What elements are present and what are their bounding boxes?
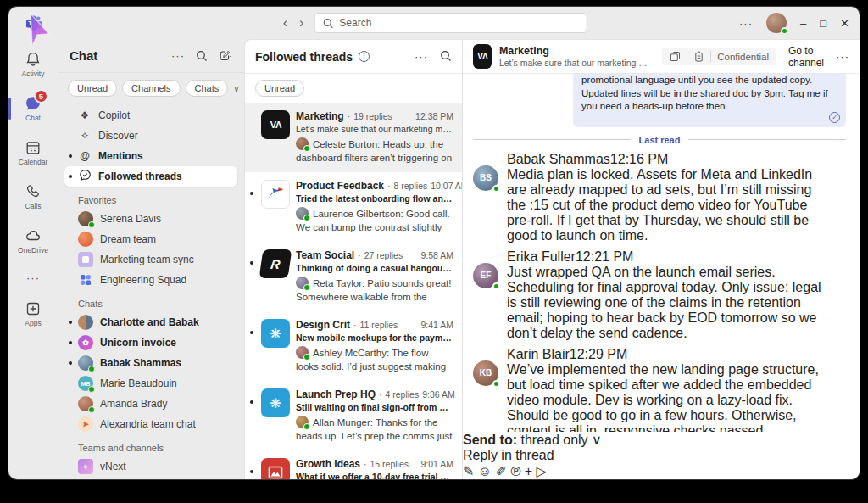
rail-item-calendar[interactable]: Calendar: [8, 131, 58, 175]
minimize-button[interactable]: –: [800, 17, 806, 30]
reply-composer[interactable]: Send to: thread only ∨ Reply in thread ✎…: [463, 432, 860, 479]
avatar: ✿: [78, 335, 93, 350]
thread-item-team-social[interactable]: R Team Social·27 replies9:58 AM Thinking…: [245, 242, 462, 311]
sidebar-item-mentions[interactable]: @ Mentions: [64, 146, 237, 166]
send-icon[interactable]: ▷: [537, 464, 547, 478]
avatar: [296, 137, 309, 150]
thread-more-icon[interactable]: ···: [836, 50, 849, 63]
thread-item-marketing[interactable]: VΛ Marketing·19 replies12:38 PM Let’s ma…: [245, 103, 462, 172]
info-icon[interactable]: i: [359, 51, 370, 62]
forward-button[interactable]: ›: [298, 16, 305, 30]
rail-item-calls[interactable]: Calls: [8, 175, 58, 219]
avatar: BS: [473, 165, 498, 191]
user-avatar[interactable]: [766, 13, 787, 33]
read-receipt-icon: ✓: [829, 112, 840, 123]
sidebar-search-icon[interactable]: [196, 50, 208, 62]
back-button[interactable]: ‹: [281, 16, 289, 30]
sidebar-team-vnext[interactable]: ✦ vNext: [64, 456, 237, 477]
rail-more-icon[interactable]: ···: [8, 263, 58, 292]
thread-item-product-feedback[interactable]: Product Feedback·8 replies10:07 AM Tried…: [245, 172, 462, 242]
sidebar-chat-marketing-team-sync[interactable]: Marketing team sync: [64, 249, 237, 270]
unread-dot: [69, 154, 72, 158]
avatar: ➤: [78, 416, 93, 432]
marketing-channel-logo: VΛ: [473, 44, 492, 69]
design-crit-channel-logo: ❋: [261, 319, 290, 348]
section-teams-and-channels[interactable]: Teams and channels: [64, 434, 237, 456]
chat-filters: Unread Channels Chats ∨: [58, 73, 244, 103]
sidebar-chat-serena-davis[interactable]: Serena Davis: [64, 209, 237, 229]
section-favorites[interactable]: Favorites: [64, 187, 237, 209]
presence-badge: [492, 282, 500, 290]
filter-unread[interactable]: Unread: [68, 80, 117, 97]
avatar: [296, 207, 309, 220]
attach-plus-icon[interactable]: +: [525, 464, 532, 478]
sidebar-chat-babak-shammas[interactable]: Babak Shammas: [64, 353, 237, 373]
avatar: [78, 252, 93, 267]
reply-input[interactable]: Reply in thread: [463, 448, 860, 463]
sidebar-chat-marie-beaudouin[interactable]: MB Marie Beaudouin: [64, 373, 237, 394]
product-feedback-channel-logo: [261, 180, 290, 209]
sidebar-chat-alexandria-team-chat[interactable]: ➤ Alexandria team chat: [64, 414, 237, 434]
format-icon[interactable]: ✎: [463, 464, 474, 478]
unread-dot: [250, 261, 253, 265]
own-message: promotional language until you see the u…: [473, 74, 846, 127]
highlight-pen-icon[interactable]: ✐: [496, 464, 507, 478]
search-placeholder: Search: [339, 17, 371, 29]
thread-item-growth-ideas[interactable]: Growth Ideas·15 replies9:01 AM What if w…: [245, 450, 462, 479]
avatar: KB: [473, 360, 498, 386]
avatar: ✦: [78, 459, 93, 474]
sidebar-chat-charlotte-and-babak[interactable]: Charlotte and Babak: [64, 312, 237, 333]
maximize-button[interactable]: □: [820, 17, 826, 30]
copy-icon: [670, 51, 681, 62]
new-chat-icon[interactable]: [219, 49, 232, 62]
message-list: promotional language until you see the u…: [463, 74, 860, 432]
sidebar-item-discover[interactable]: ✧ Discover: [64, 126, 237, 146]
send-to-selector[interactable]: Send to: thread only ∨: [463, 432, 860, 448]
presence-badge: [88, 366, 95, 372]
unread-dot: [250, 331, 253, 334]
filter-chats[interactable]: Chats: [186, 80, 229, 97]
sidebar-chat-engineering-squad[interactable]: Engineering Squad: [64, 270, 237, 290]
presence-badge: [492, 380, 500, 388]
close-button[interactable]: ✕: [840, 17, 849, 30]
search-input[interactable]: Search: [314, 13, 587, 33]
thread-item-launch-prep-hq[interactable]: ❋ Launch Prep HQ·4 replies9:36 AM Still …: [245, 381, 462, 450]
clipboard-icon: [693, 51, 704, 62]
copilot-icon: ❖: [78, 109, 92, 121]
filters-collapse-icon[interactable]: ∨: [233, 84, 239, 93]
threads-search-icon[interactable]: [440, 50, 452, 62]
sidebar-chat-unicorn-invoice[interactable]: ✿ Unicorn invoice: [64, 333, 237, 353]
pane-title: Followed threads: [255, 50, 353, 64]
unread-dot: [250, 470, 253, 473]
mentions-at-icon: @: [78, 150, 92, 162]
confidential-badge[interactable]: Confidential: [662, 48, 776, 65]
rail-item-chat[interactable]: 5 Chat: [8, 87, 58, 131]
sidebar-more-icon[interactable]: ···: [171, 49, 185, 62]
threads-more-icon[interactable]: ···: [415, 50, 428, 63]
followed-threads-icon: [78, 169, 92, 184]
loop-component-icon[interactable]: ℗: [511, 464, 521, 478]
filter-channels[interactable]: Channels: [122, 80, 180, 97]
thread-title: Marketing: [499, 45, 654, 57]
sidebar-channel-alexandria-research[interactable]: Alexandria Research: [64, 477, 237, 479]
sidebar-chat-amanda-brady[interactable]: Amanda Brady: [64, 394, 237, 414]
sidebar-chat-dream-team[interactable]: Dream team: [64, 229, 237, 249]
chat-unread-badge: 5: [34, 89, 48, 103]
message-author: Babak Shammas: [507, 152, 610, 166]
presence-badge: [88, 406, 95, 413]
thread-item-design-crit[interactable]: ❋ Design Crit·11 replies9:41 AM New mobi…: [245, 311, 462, 381]
section-chats[interactable]: Chats: [64, 290, 237, 312]
sidebar-item-copilot[interactable]: ❖ Copilot: [64, 105, 237, 126]
emoji-icon[interactable]: ☺: [478, 464, 492, 478]
phone-icon: [25, 183, 42, 200]
threads-filter-unread[interactable]: Unread: [255, 80, 304, 97]
avatar: [78, 232, 93, 247]
go-to-channel-link[interactable]: Go to channel: [788, 45, 824, 69]
rail-item-apps[interactable]: Apps: [8, 292, 58, 336]
titlebar-more-icon[interactable]: ···: [739, 17, 753, 30]
unread-dot: [69, 341, 72, 344]
teams-window: T ‹ › Search ··· – □ ✕ Activity: [8, 7, 860, 479]
message-karin-blair: KB Karin Blair12:29 PM We’ve implemented…: [473, 347, 846, 433]
rail-item-onedrive[interactable]: OneDrive: [8, 219, 58, 263]
sidebar-item-followed-threads[interactable]: Followed threads: [64, 166, 237, 187]
